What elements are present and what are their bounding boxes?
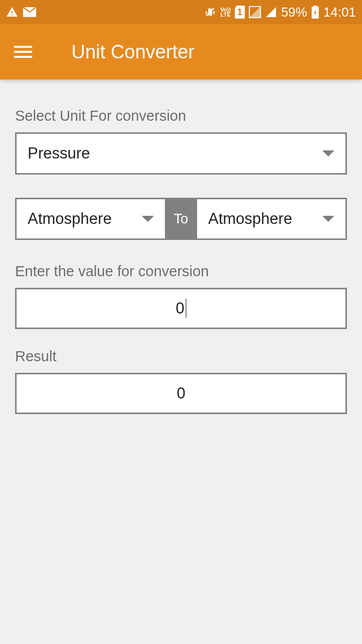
mail-icon xyxy=(23,7,36,17)
app-bar: Unit Converter xyxy=(0,24,362,79)
lte-label: LTE xyxy=(221,12,231,18)
signal-icon-1 xyxy=(249,6,261,18)
conversion-row: Atmosphere To Atmosphere xyxy=(15,198,347,240)
status-bar: Vo))LTE 1 59% 14:01 xyxy=(0,0,362,24)
main-content: Select Unit For conversion Pressure Atmo… xyxy=(0,79,362,414)
to-label: To xyxy=(165,199,197,238)
battery-charging-icon xyxy=(311,6,319,19)
chevron-down-icon xyxy=(142,216,154,222)
status-right-icons: Vo))LTE 1 59% 14:01 xyxy=(204,5,356,20)
status-left-icons xyxy=(6,6,36,18)
input-value-text: 0 xyxy=(175,299,184,317)
enter-value-label: Enter the value for conversion xyxy=(15,263,347,280)
warning-icon xyxy=(6,6,18,18)
result-value-text: 0 xyxy=(176,384,185,403)
svg-rect-4 xyxy=(313,6,317,7)
to-unit-value: Atmosphere xyxy=(208,210,322,228)
result-output: 0 xyxy=(15,373,347,414)
page-title: Unit Converter xyxy=(71,41,195,63)
clock-time: 14:01 xyxy=(323,5,356,20)
value-input[interactable]: 0 xyxy=(15,288,347,329)
signal-icon-2 xyxy=(265,6,277,18)
unit-category-value: Pressure xyxy=(28,144,322,163)
sim-card-icon: 1 xyxy=(235,6,245,19)
result-label: Result xyxy=(15,348,347,365)
text-cursor xyxy=(186,299,187,318)
to-unit-dropdown[interactable]: Atmosphere xyxy=(197,199,345,238)
vibrate-icon xyxy=(204,6,216,18)
from-unit-dropdown[interactable]: Atmosphere xyxy=(17,199,165,238)
select-unit-label: Select Unit For conversion xyxy=(15,108,347,124)
menu-icon[interactable] xyxy=(14,41,32,63)
chevron-down-icon xyxy=(322,216,334,222)
from-unit-value: Atmosphere xyxy=(28,210,142,228)
unit-category-dropdown[interactable]: Pressure xyxy=(15,132,347,175)
battery-percent: 59% xyxy=(281,5,307,20)
chevron-down-icon xyxy=(322,150,334,156)
lte-icon: Vo))LTE xyxy=(220,7,231,17)
